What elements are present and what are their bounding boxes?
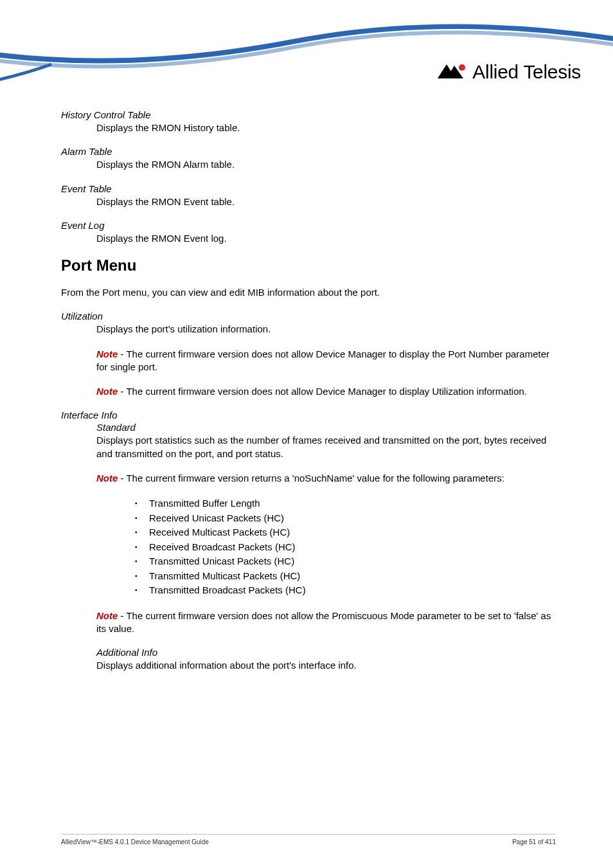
svg-point-0 (459, 64, 465, 71)
note-label: Note (96, 610, 118, 621)
list-item: Transmitted Broadcast Packets (HC) (135, 583, 556, 598)
term-event-table: Event Table (61, 183, 556, 194)
term-history-control-table: History Control Table (61, 109, 556, 120)
def-standard: Displays port statistics such as the num… (96, 434, 556, 460)
term-utilization: Utilization (61, 311, 556, 321)
note-label: Note (96, 348, 118, 359)
def-event-table: Displays the RMON Event table. (96, 195, 556, 208)
heading-port-menu: Port Menu (61, 257, 556, 275)
note-utilization-2: Note - The current firmware version does… (96, 385, 556, 398)
list-item: Received Multicast Packets (HC) (135, 525, 556, 540)
note-text: - The current firmware version does not … (96, 610, 551, 634)
note-utilization-1: Note - The current firmware version does… (96, 348, 556, 374)
brand-logo-text: Allied Telesis (472, 61, 581, 83)
def-history-control-table: Displays the RMON History table. (96, 122, 556, 134)
list-item: Received Broadcast Packets (HC) (135, 540, 556, 555)
term-alarm-table: Alarm Table (61, 146, 556, 157)
def-event-log: Displays the RMON Event log. (96, 232, 556, 245)
def-additional-info: Displays additional information about th… (96, 659, 556, 672)
standard-bullet-list: Transmitted Buffer Length Received Unica… (135, 496, 556, 598)
term-additional-info: Additional Info (96, 647, 556, 658)
list-item: Transmitted Unicast Packets (HC) (135, 554, 556, 569)
port-menu-intro: From the Port menu, you can view and edi… (61, 286, 556, 299)
note-text: - The current firmware version does not … (96, 348, 549, 372)
brand-logo-icon (438, 63, 467, 81)
list-item: Received Unicast Packets (HC) (135, 511, 556, 526)
def-utilization: Displays the port's utilization informat… (96, 323, 556, 336)
header-banner (0, 0, 613, 103)
def-alarm-table: Displays the RMON Alarm table. (96, 158, 556, 171)
footer-left: AlliedView™-EMS 4.0.1 Device Management … (61, 838, 209, 845)
note-label: Note (96, 473, 118, 484)
note-standard-1: Note - The current firmware version retu… (96, 472, 556, 485)
note-label: Note (96, 386, 118, 397)
list-item: Transmitted Multicast Packets (HC) (135, 569, 556, 584)
note-text: - The current firmware version returns a… (118, 473, 504, 484)
term-event-log: Event Log (61, 220, 556, 231)
page-footer: AlliedView™-EMS 4.0.1 Device Management … (61, 834, 556, 845)
term-interface-info: Interface Info (61, 410, 556, 420)
note-standard-2: Note - The current firmware version does… (96, 610, 556, 636)
note-text: - The current firmware version does not … (118, 386, 527, 397)
list-item: Transmitted Buffer Length (135, 496, 556, 511)
footer-right: Page 51 of 411 (512, 838, 556, 845)
term-standard: Standard (96, 422, 556, 433)
brand-logo: Allied Telesis (438, 61, 581, 83)
